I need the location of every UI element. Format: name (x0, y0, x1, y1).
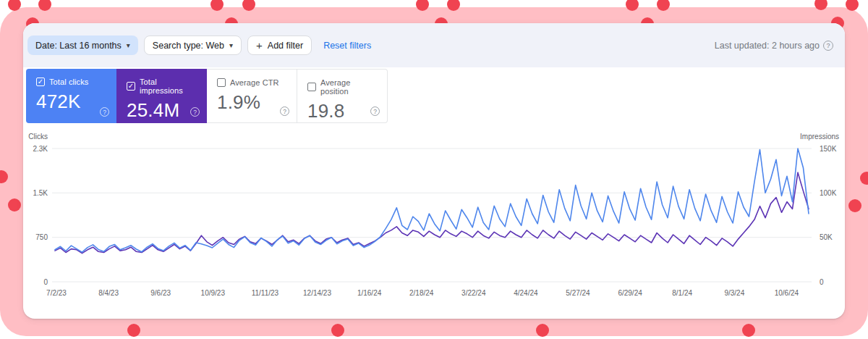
date-filter-label: Date: Last 16 months (35, 41, 122, 51)
metric-head: Average CTR (217, 78, 288, 87)
x-axis-tick: 8/4/23 (98, 289, 119, 297)
right-axis-tick: 0 (820, 278, 824, 286)
x-axis-tick: 5/27/24 (566, 289, 590, 297)
decorative-dot (848, 199, 861, 212)
help-icon[interactable]: ? (823, 41, 833, 51)
help-icon[interactable]: ? (370, 106, 380, 116)
series-line-total-clicks (55, 148, 809, 252)
x-axis-tick: 9/3/24 (724, 289, 744, 297)
total-impressions-value: 25.4M (127, 99, 198, 122)
plus-icon: + (256, 40, 263, 51)
checkbox-checked-icon[interactable]: ✓ (127, 82, 135, 91)
last-updated-status: Last updated: 2 hours ago ? (715, 41, 833, 51)
x-axis-tick: 6/29/24 (618, 289, 642, 297)
metric-label: Average CTR (230, 78, 279, 87)
x-axis-tick: 4/24/24 (514, 289, 538, 297)
average-position-card[interactable]: Average position 19.8 ? (297, 69, 388, 123)
decorative-dot (331, 324, 344, 337)
search-type-label: Search type: Web (153, 41, 224, 51)
search-type-filter-chip[interactable]: Search type: Web ▾ (144, 35, 242, 55)
average-ctr-card[interactable]: Average CTR 1.9% ? (207, 69, 297, 123)
caret-down-icon: ▾ (229, 42, 233, 49)
metric-head: ✓ Total clicks (36, 78, 108, 86)
checkbox-unchecked-icon[interactable] (217, 78, 226, 87)
x-axis-tick: 7/2/23 (46, 289, 67, 297)
right-axis-tick: 150K (820, 145, 837, 153)
x-axis-tick: 11/11/23 (252, 289, 279, 297)
decorative-dot (860, 172, 868, 185)
x-axis-tick: 3/22/24 (461, 289, 486, 297)
x-axis-tick: 9/6/23 (150, 289, 171, 297)
help-icon[interactable]: ? (100, 107, 109, 117)
decorative-dot (742, 324, 755, 337)
x-axis-tick: 8/1/24 (672, 289, 692, 297)
chart-canvas[interactable]: 0075050K1.5K100K2.3K150KClicksImpression… (23, 130, 845, 309)
total-impressions-card[interactable]: ✓ Total impressions 25.4M ? (116, 69, 207, 123)
help-icon[interactable]: ? (280, 106, 289, 116)
decorative-dot (127, 324, 140, 337)
metric-label: Total impressions (140, 78, 198, 95)
decorative-dot (8, 198, 21, 212)
metric-head: ✓ Total impressions (127, 78, 198, 95)
page-background: Date: Last 16 months ▾ Search type: Web … (0, 0, 868, 339)
checkbox-checked-icon[interactable]: ✓ (36, 78, 45, 86)
x-axis-tick: 1/16/24 (357, 289, 382, 297)
total-clicks-value: 472K (36, 91, 108, 113)
average-position-value: 19.8 (307, 100, 378, 122)
performance-chart[interactable]: 0075050K1.5K100K2.3K150KClicksImpression… (23, 130, 845, 309)
metrics-row: ✓ Total clicks 472K ? ✓ Total impression… (26, 69, 388, 123)
left-axis-tick: 2.3K (33, 145, 48, 153)
average-ctr-value: 1.9% (217, 91, 288, 114)
checkbox-unchecked-icon[interactable] (307, 83, 316, 91)
filter-bar: Date: Last 16 months ▾ Search type: Web … (23, 23, 845, 67)
add-filter-label: Add filter (268, 41, 303, 51)
x-axis-tick: 12/14/23 (303, 289, 331, 297)
help-icon[interactable]: ? (190, 107, 200, 117)
total-clicks-card[interactable]: ✓ Total clicks 472K ? (26, 69, 116, 123)
left-axis-tick: 1.5K (33, 189, 48, 197)
decorative-dot (536, 324, 549, 337)
x-axis-tick: 2/18/24 (409, 289, 434, 297)
metric-label: Average position (320, 78, 378, 96)
right-axis-tick: 50K (820, 233, 833, 241)
x-axis-tick: 10/9/23 (201, 289, 226, 297)
decorative-dot (846, 0, 859, 11)
left-axis-tick: 750 (35, 233, 48, 241)
add-filter-button[interactable]: + Add filter (247, 35, 312, 55)
left-axis-label: Clicks (28, 133, 48, 141)
right-axis-label: Impressions (800, 133, 839, 141)
left-axis-tick: 0 (43, 278, 48, 286)
metric-label: Total clicks (49, 78, 88, 86)
series-line-total-impressions (55, 172, 809, 254)
last-updated-text: Last updated: 2 hours ago (715, 41, 820, 51)
right-axis-tick: 100K (820, 189, 837, 197)
metric-head: Average position (307, 78, 378, 96)
caret-down-icon: ▾ (127, 42, 130, 49)
x-axis-tick: 10/6/24 (775, 289, 799, 297)
search-performance-card: Date: Last 16 months ▾ Search type: Web … (23, 23, 845, 319)
date-filter-chip[interactable]: Date: Last 16 months ▾ (27, 35, 138, 55)
reset-filters-link[interactable]: Reset filters (323, 41, 371, 51)
